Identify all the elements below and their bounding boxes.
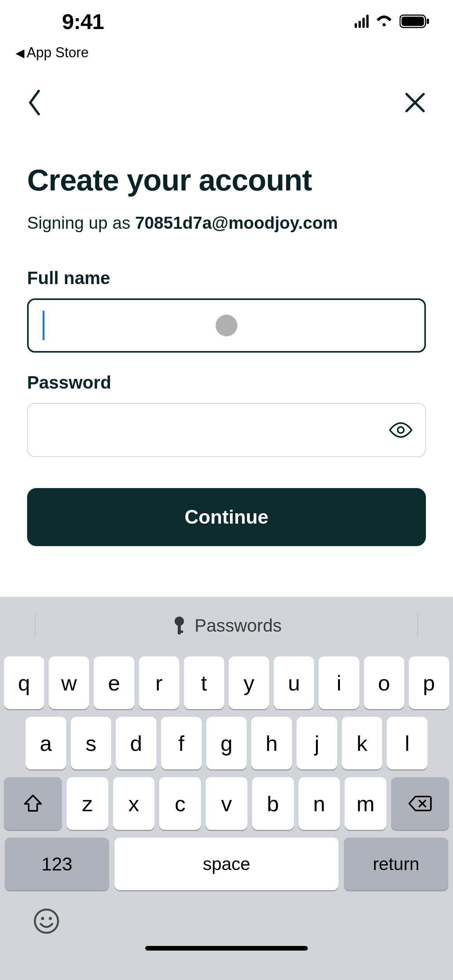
back-app-label: App Store bbox=[27, 45, 89, 61]
svg-rect-5 bbox=[178, 624, 181, 634]
battery-icon bbox=[400, 14, 430, 29]
key-d[interactable]: d bbox=[116, 717, 156, 769]
signup-email: 70851d7a@moodjoy.com bbox=[135, 213, 338, 232]
svg-rect-2 bbox=[427, 19, 429, 24]
key-w[interactable]: w bbox=[49, 656, 89, 709]
key-q[interactable]: q bbox=[4, 656, 44, 709]
key-numbers[interactable]: 123 bbox=[5, 838, 109, 890]
emoji-icon bbox=[33, 908, 60, 935]
status-time: 9:41 bbox=[62, 9, 104, 34]
password-label: Password bbox=[27, 372, 426, 393]
keyboard-row-4: 123 space return bbox=[4, 838, 449, 890]
page-title: Create your account bbox=[27, 163, 426, 198]
back-to-app-store[interactable]: ◀ App Store bbox=[15, 45, 89, 61]
svg-point-7 bbox=[35, 910, 58, 933]
home-indicator[interactable] bbox=[145, 946, 308, 951]
page-subtitle: Signing up as 70851d7a@moodjoy.com bbox=[27, 213, 426, 233]
cellular-icon bbox=[355, 15, 369, 28]
key-r[interactable]: r bbox=[139, 656, 179, 709]
key-n[interactable]: n bbox=[299, 777, 340, 830]
nav-row bbox=[0, 81, 453, 124]
key-l[interactable]: l bbox=[387, 717, 427, 769]
suggestion-sep bbox=[417, 613, 418, 638]
fullname-input[interactable] bbox=[42, 300, 411, 351]
key-return[interactable]: return bbox=[344, 838, 448, 890]
key-g[interactable]: g bbox=[206, 717, 247, 769]
key-j[interactable]: j bbox=[297, 717, 337, 769]
chevron-left-icon bbox=[27, 89, 43, 116]
close-button[interactable] bbox=[404, 92, 426, 113]
passwords-suggestion[interactable]: Passwords bbox=[172, 615, 282, 636]
subtitle-prefix: Signing up as bbox=[27, 213, 135, 232]
suggestion-sep bbox=[35, 613, 36, 638]
key-z[interactable]: z bbox=[67, 777, 108, 830]
key-t[interactable]: t bbox=[184, 656, 224, 709]
key-c[interactable]: c bbox=[159, 777, 201, 830]
password-input-wrap[interactable] bbox=[27, 403, 426, 457]
key-e[interactable]: e bbox=[94, 656, 134, 709]
key-b[interactable]: b bbox=[252, 777, 294, 830]
fullname-label: Full name bbox=[27, 267, 426, 288]
key-icon bbox=[172, 616, 187, 635]
password-input[interactable] bbox=[41, 404, 412, 456]
content: Create your account Signing up as 70851d… bbox=[27, 163, 426, 546]
keyboard-row-3: z x c v b n m bbox=[4, 777, 449, 830]
key-p[interactable]: p bbox=[409, 656, 449, 709]
emoji-button[interactable] bbox=[31, 906, 62, 937]
key-u[interactable]: u bbox=[274, 656, 314, 709]
svg-point-9 bbox=[49, 917, 52, 920]
key-y[interactable]: y bbox=[229, 656, 269, 709]
text-caret bbox=[43, 311, 45, 340]
wifi-icon bbox=[376, 15, 393, 28]
key-m[interactable]: m bbox=[345, 777, 386, 830]
keyboard-row-1: q w e r t y u i o p bbox=[4, 656, 449, 709]
back-button[interactable] bbox=[27, 89, 43, 116]
key-i[interactable]: i bbox=[319, 656, 359, 709]
close-icon bbox=[404, 92, 426, 113]
key-a[interactable]: a bbox=[26, 717, 66, 769]
keyboard-bottom bbox=[0, 890, 453, 960]
shift-icon bbox=[23, 794, 43, 813]
svg-point-8 bbox=[41, 917, 44, 920]
key-v[interactable]: v bbox=[206, 777, 247, 830]
svg-rect-1 bbox=[402, 17, 424, 26]
keyboard-row-2: a s d f g h j k l bbox=[4, 717, 449, 769]
eye-icon bbox=[388, 421, 413, 439]
keyboard-suggestion-bar: Passwords bbox=[0, 606, 453, 645]
password-field: Password bbox=[27, 372, 426, 457]
status-indicators bbox=[355, 14, 430, 29]
back-triangle-icon: ◀ bbox=[15, 46, 24, 60]
passwords-label: Passwords bbox=[195, 615, 282, 636]
toggle-password-visibility[interactable] bbox=[387, 416, 414, 444]
key-h[interactable]: h bbox=[251, 717, 292, 769]
key-f[interactable]: f bbox=[161, 717, 202, 769]
fullname-input-wrap[interactable] bbox=[27, 298, 426, 353]
continue-button[interactable]: Continue bbox=[27, 488, 426, 546]
key-o[interactable]: o bbox=[364, 656, 404, 709]
svg-rect-6 bbox=[178, 630, 183, 633]
svg-point-3 bbox=[398, 427, 404, 433]
backspace-icon bbox=[408, 795, 432, 812]
status-bar: 9:41 bbox=[0, 0, 453, 43]
key-backspace[interactable] bbox=[391, 777, 449, 830]
key-shift[interactable] bbox=[4, 777, 62, 830]
keyboard-rows: q w e r t y u i o p a s d f g h j k l z bbox=[0, 645, 453, 890]
key-x[interactable]: x bbox=[113, 777, 155, 830]
key-k[interactable]: k bbox=[342, 717, 383, 769]
key-s[interactable]: s bbox=[71, 717, 112, 769]
key-space[interactable]: space bbox=[115, 838, 338, 890]
fullname-field: Full name bbox=[27, 267, 426, 353]
keyboard: Passwords q w e r t y u i o p a s d f g … bbox=[0, 597, 453, 980]
